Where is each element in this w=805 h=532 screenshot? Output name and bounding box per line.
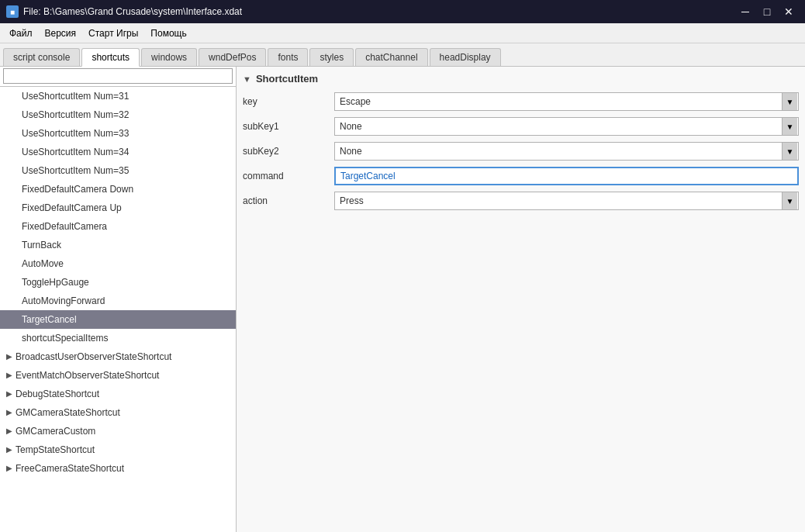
- select-subkey2[interactable]: None: [334, 142, 799, 161]
- tree-item[interactable]: ▶BroadcastUserObserverStateShortcut: [0, 347, 236, 366]
- menu-file[interactable]: Файл: [3, 26, 39, 40]
- tree-item-label: TempStateShortcut: [16, 443, 95, 457]
- tree-item[interactable]: UseShortcutItem Num=32: [0, 105, 236, 124]
- form-row-key: key Escape ▼: [243, 92, 799, 111]
- main-content: UseShortcutItem Num=31UseShortcutItem Nu…: [0, 67, 805, 532]
- app-icon: ■: [6, 5, 19, 18]
- tree-item-label: TargetCancel: [22, 314, 77, 325]
- form-row-subkey2: subKey2 None ▼: [243, 142, 799, 161]
- tree-item-label: FixedDefaultCamera: [22, 221, 107, 232]
- tree-item[interactable]: ▶GMCameraStateShortcut: [0, 403, 236, 422]
- tree-item[interactable]: FixedDefaultCamera: [0, 217, 236, 236]
- tree-expand-arrow[interactable]: ▶: [6, 461, 12, 475]
- tab-windows[interactable]: windows: [141, 48, 197, 66]
- tree-item-label: AutoMovingForward: [22, 295, 105, 306]
- tree-item[interactable]: FixedDefaultCamera Up: [0, 199, 236, 217]
- tree-item-label: UseShortcutItem Num=34: [22, 147, 129, 157]
- tree-item[interactable]: UseShortcutItem Num=31: [0, 87, 236, 105]
- label-subkey2: subKey2: [243, 146, 328, 157]
- tree-container[interactable]: UseShortcutItem Num=31UseShortcutItem Nu…: [0, 87, 236, 532]
- form-row-action: action Press ▼: [243, 192, 799, 210]
- label-key: key: [243, 96, 328, 107]
- control-subkey2: None ▼: [334, 142, 799, 161]
- search-input[interactable]: [3, 68, 233, 84]
- tree-item[interactable]: AutoMovingForward: [0, 292, 236, 310]
- tab-headdisplay[interactable]: headDisplay: [430, 48, 501, 66]
- tree-item-label: AutoMove: [22, 258, 64, 269]
- left-panel: UseShortcutItem Num=31UseShortcutItem Nu…: [0, 67, 237, 532]
- menu-help[interactable]: Помощь: [144, 26, 192, 40]
- tree-item-label: GMCameraStateShortcut: [16, 406, 120, 420]
- tree-item-label: FreeCameraStateShortcut: [16, 461, 124, 475]
- tree-expand-arrow[interactable]: ▶: [6, 387, 12, 401]
- control-action: Press ▼: [334, 192, 799, 210]
- close-button[interactable]: ✕: [779, 3, 799, 20]
- tree-item[interactable]: UseShortcutItem Num=34: [0, 143, 236, 161]
- control-subkey1: None ▼: [334, 117, 799, 136]
- tree-item[interactable]: AutoMove: [0, 254, 236, 273]
- section-header: ▼ ShortcutItem: [243, 73, 799, 85]
- section-collapse-arrow[interactable]: ▼: [243, 74, 251, 84]
- tab-fonts[interactable]: fonts: [268, 48, 308, 66]
- menu-bar: Файл Версия Старт Игры Помощь: [0, 23, 805, 43]
- tab-script-console[interactable]: script console: [3, 48, 80, 66]
- form-row-command: command: [243, 167, 799, 185]
- control-command: [334, 167, 799, 185]
- tree-item-label: DebugStateShortcut: [16, 387, 99, 401]
- tree-expand-arrow[interactable]: ▶: [6, 406, 12, 420]
- tree-item-label: TurnBack: [22, 240, 61, 250]
- search-box: [0, 67, 236, 87]
- tree-expand-arrow[interactable]: ▶: [6, 424, 12, 438]
- tab-wnddefpos[interactable]: wndDefPos: [199, 48, 266, 66]
- tree-item[interactable]: UseShortcutItem Num=33: [0, 124, 236, 143]
- minimize-button[interactable]: ─: [735, 3, 755, 20]
- title-bar: ■ File: B:\Games\Grand Crusade\system\In…: [0, 0, 805, 23]
- label-subkey1: subKey1: [243, 121, 328, 132]
- tree-item[interactable]: ▶FreeCameraStateShortcut: [0, 459, 236, 478]
- tree-item-label: UseShortcutItem Num=33: [22, 128, 129, 139]
- tree-item-label: BroadcastUserObserverStateShortcut: [16, 350, 171, 364]
- tree-expand-arrow[interactable]: ▶: [6, 443, 12, 457]
- section-title: ShortcutItem: [256, 73, 318, 85]
- tab-shortcuts[interactable]: shortcuts: [81, 48, 140, 67]
- tree-item[interactable]: ToggleHpGauge: [0, 273, 236, 292]
- tree-item-label: UseShortcutItem Num=35: [22, 165, 129, 176]
- tree-expand-arrow[interactable]: ▶: [6, 368, 12, 382]
- tree-item[interactable]: ▶EventMatchObserverStateShortcut: [0, 366, 236, 385]
- tree-item-label: FixedDefaultCamera Up: [22, 202, 122, 213]
- tree-expand-arrow[interactable]: ▶: [6, 350, 12, 364]
- input-command[interactable]: [334, 167, 799, 185]
- tree-item[interactable]: UseShortcutItem Num=35: [0, 161, 236, 180]
- tree-item[interactable]: TargetCancel: [0, 310, 236, 329]
- tree-item-label: ToggleHpGauge: [22, 277, 89, 288]
- tree-item[interactable]: ▶DebugStateShortcut: [0, 385, 236, 403]
- form-row-subkey1: subKey1 None ▼: [243, 117, 799, 136]
- select-key[interactable]: Escape: [334, 92, 799, 111]
- label-command: command: [243, 171, 328, 181]
- tree-item[interactable]: FixedDefaultCamera Down: [0, 180, 236, 199]
- menu-version[interactable]: Версия: [39, 26, 83, 40]
- label-action: action: [243, 195, 328, 206]
- tree-item[interactable]: shortcutSpecialItems: [0, 329, 236, 347]
- tree-item-label: UseShortcutItem Num=32: [22, 109, 129, 120]
- tree-item[interactable]: ▶TempStateShortcut: [0, 440, 236, 459]
- tree-item-label: EventMatchObserverStateShortcut: [16, 368, 159, 382]
- tree-item-label: UseShortcutItem Num=31: [22, 91, 129, 102]
- window-controls: ─ □ ✕: [735, 3, 799, 20]
- select-subkey1[interactable]: None: [334, 117, 799, 136]
- menu-start[interactable]: Старт Игры: [82, 26, 144, 40]
- tree-item-label: shortcutSpecialItems: [22, 333, 108, 344]
- maximize-button[interactable]: □: [757, 3, 777, 20]
- control-key: Escape ▼: [334, 92, 799, 111]
- tree-item[interactable]: ▶GMCameraCustom: [0, 422, 236, 440]
- tab-styles[interactable]: styles: [309, 48, 354, 66]
- right-panel: ▼ ShortcutItem key Escape ▼ subKey1 None…: [237, 67, 805, 532]
- tree-item[interactable]: TurnBack: [0, 236, 236, 254]
- tabs-bar: script console shortcuts windows wndDefP…: [0, 43, 805, 67]
- window-title: File: B:\Games\Grand Crusade\system\Inte…: [23, 6, 242, 17]
- tree-item-label: GMCameraCustom: [16, 424, 95, 438]
- select-action[interactable]: Press: [334, 192, 799, 210]
- tree-item-label: FixedDefaultCamera Down: [22, 184, 133, 195]
- tab-chatchannel[interactable]: chatChannel: [355, 48, 427, 66]
